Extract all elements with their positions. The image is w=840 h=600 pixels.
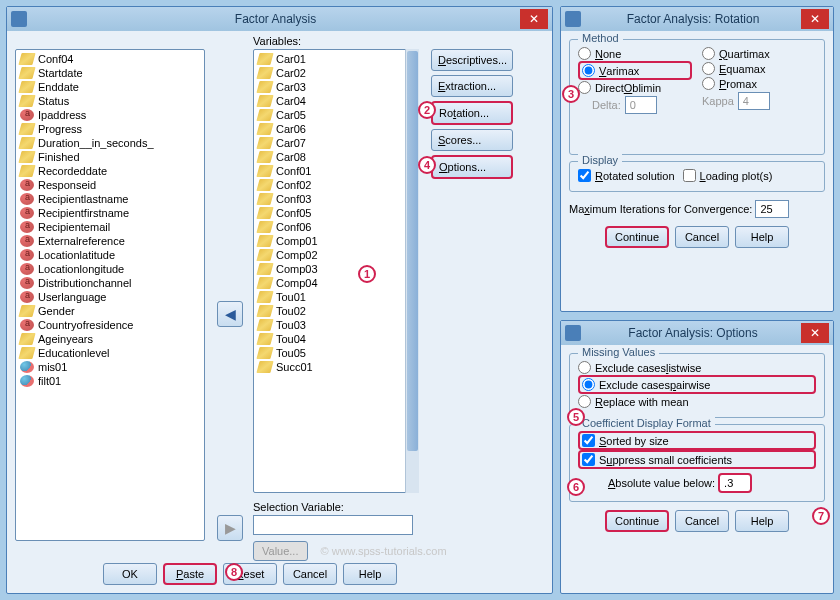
list-item[interactable]: Recipientlastname <box>18 192 202 206</box>
list-item[interactable]: Tou01 <box>256 290 402 304</box>
cancel-button[interactable]: Cancel <box>283 563 337 585</box>
list-item[interactable]: Ipaddress <box>18 108 202 122</box>
list-item[interactable]: Car07 <box>256 136 402 150</box>
source-variable-list[interactable]: Conf04StartdateEnddateStatusIpaddressPro… <box>15 49 205 541</box>
list-item[interactable]: Duration__in_seconds_ <box>18 136 202 150</box>
list-item[interactable]: Userlanguage <box>18 290 202 304</box>
method-quartimax[interactable]: Quartimax <box>702 46 816 61</box>
variables-scrollbar[interactable] <box>405 49 419 493</box>
list-item[interactable]: Educationlevel <box>18 346 202 360</box>
rotated-solution-check[interactable]: Rotated solution <box>578 168 675 183</box>
missing-values-group: Missing Values Exclude cases listwise Ex… <box>569 353 825 418</box>
ruler-icon <box>18 137 35 149</box>
nominal2-icon <box>20 361 34 373</box>
selection-variable-input[interactable] <box>253 515 413 535</box>
list-item[interactable]: Succ01 <box>256 360 402 374</box>
coef-display-group: Coefficient Display Format Sorted by siz… <box>569 424 825 502</box>
variable-name: Tou01 <box>276 291 306 303</box>
list-item[interactable]: Finished <box>18 150 202 164</box>
list-item[interactable]: Recipientfirstname <box>18 206 202 220</box>
method-none[interactable]: None <box>578 46 692 61</box>
max-iter-input[interactable] <box>755 200 789 218</box>
selected-variable-list[interactable]: Car01Car02Car03Car04Car05Car06Car07Car08… <box>253 49 419 493</box>
method-oblimin[interactable]: Direct Oblimin <box>578 80 692 95</box>
move-to-variables-button[interactable]: ◀ <box>217 301 243 327</box>
list-item[interactable]: filt01 <box>18 374 202 388</box>
loading-plots-check[interactable]: Loading plot(s) <box>683 168 773 183</box>
reset-button[interactable]: Reset <box>223 563 277 585</box>
list-item[interactable]: Comp03 <box>256 262 402 276</box>
list-item[interactable]: Progress <box>18 122 202 136</box>
list-item[interactable]: Startdate <box>18 66 202 80</box>
list-item[interactable]: Recipientemail <box>18 220 202 234</box>
list-item[interactable]: Status <box>18 94 202 108</box>
list-item[interactable]: Conf05 <box>256 206 402 220</box>
list-item[interactable]: Car08 <box>256 150 402 164</box>
list-item[interactable]: Comp02 <box>256 248 402 262</box>
variable-name: Status <box>38 95 69 107</box>
list-item[interactable]: Enddate <box>18 80 202 94</box>
list-item[interactable]: Externalreference <box>18 234 202 248</box>
method-equamax[interactable]: Equamax <box>702 61 816 76</box>
continue-button[interactable]: Continue <box>605 226 669 248</box>
list-item[interactable]: Comp04 <box>256 276 402 290</box>
list-item[interactable]: Locationlatitude <box>18 248 202 262</box>
list-item[interactable]: mis01 <box>18 360 202 374</box>
ruler-icon <box>256 109 273 121</box>
abs-value-input[interactable] <box>718 473 752 493</box>
ruler-icon <box>256 305 273 317</box>
list-item[interactable]: Distributionchannel <box>18 276 202 290</box>
close-icon[interactable]: ✕ <box>520 9 548 29</box>
list-item[interactable]: Comp01 <box>256 234 402 248</box>
list-item[interactable]: Recordeddate <box>18 164 202 178</box>
options-button[interactable]: Options... <box>431 155 513 179</box>
list-item[interactable]: Conf01 <box>256 164 402 178</box>
variables-label: Variables: <box>253 35 419 47</box>
list-item[interactable]: Conf04 <box>18 52 202 66</box>
list-item[interactable]: Countryofresidence <box>18 318 202 332</box>
ruler-icon <box>18 333 35 345</box>
list-item[interactable]: Ageinyears <box>18 332 202 346</box>
variable-name: Car04 <box>276 95 306 107</box>
cancel-button[interactable]: Cancel <box>675 226 729 248</box>
list-item[interactable]: Tou05 <box>256 346 402 360</box>
paste-button[interactable]: Paste <box>163 563 217 585</box>
list-item[interactable]: Car06 <box>256 122 402 136</box>
list-item[interactable]: Tou03 <box>256 318 402 332</box>
method-promax[interactable]: Promax <box>702 76 816 91</box>
scores-button[interactable]: Scores... <box>431 129 513 151</box>
list-item[interactable]: Car04 <box>256 94 402 108</box>
replace-mean[interactable]: Replace with mean <box>578 394 816 409</box>
list-item[interactable]: Conf02 <box>256 178 402 192</box>
value-button: Value... <box>253 541 308 561</box>
list-item[interactable]: Car05 <box>256 108 402 122</box>
list-item[interactable]: Responseid <box>18 178 202 192</box>
continue-button[interactable]: Continue <box>605 510 669 532</box>
list-item[interactable]: Gender <box>18 304 202 318</box>
cancel-button[interactable]: Cancel <box>675 510 729 532</box>
move-to-selection-button[interactable]: ▶ <box>217 515 243 541</box>
list-item[interactable]: Car01 <box>256 52 402 66</box>
list-item[interactable]: Conf03 <box>256 192 402 206</box>
extraction-button[interactable]: Extraction... <box>431 75 513 97</box>
help-button[interactable]: Help <box>343 563 397 585</box>
close-icon[interactable]: ✕ <box>801 323 829 343</box>
suppress-small-check[interactable]: Suppress small coefficients <box>578 450 816 469</box>
help-button[interactable]: Help <box>735 510 789 532</box>
list-item[interactable]: Conf06 <box>256 220 402 234</box>
list-item[interactable]: Tou04 <box>256 332 402 346</box>
list-item[interactable]: Locationlongitude <box>18 262 202 276</box>
nominal-icon <box>20 249 34 261</box>
list-item[interactable]: Tou02 <box>256 304 402 318</box>
exclude-listwise[interactable]: Exclude cases listwise <box>578 360 816 375</box>
ok-button[interactable]: OK <box>103 563 157 585</box>
descriptives-button[interactable]: Descriptives... <box>431 49 513 71</box>
method-varimax[interactable]: Varimax <box>578 61 692 80</box>
list-item[interactable]: Car02 <box>256 66 402 80</box>
help-button[interactable]: Help <box>735 226 789 248</box>
list-item[interactable]: Car03 <box>256 80 402 94</box>
sorted-by-size-check[interactable]: Sorted by size <box>578 431 816 450</box>
close-icon[interactable]: ✕ <box>801 9 829 29</box>
rotation-button[interactable]: Rotation... <box>431 101 513 125</box>
exclude-pairwise[interactable]: Exclude cases pairwise <box>578 375 816 394</box>
